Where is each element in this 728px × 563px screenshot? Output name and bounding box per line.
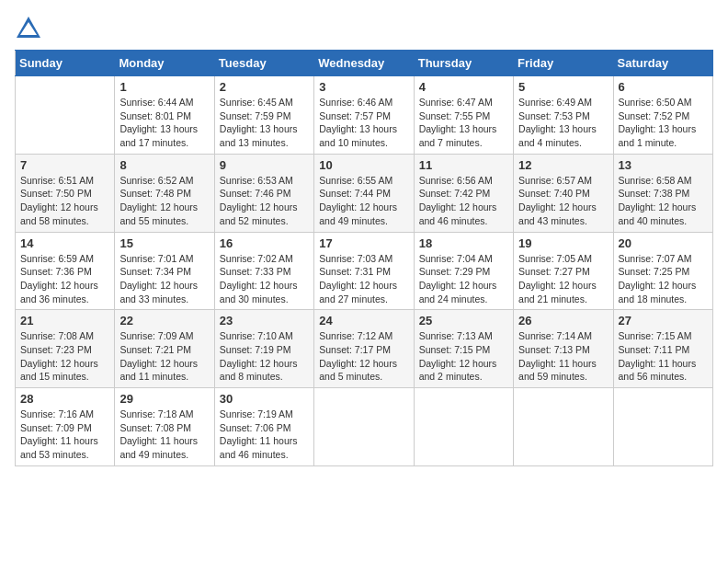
- day-info: Sunrise: 7:12 AM Sunset: 7:17 PM Dayligh…: [319, 329, 408, 384]
- day-cell: 28Sunrise: 7:16 AM Sunset: 7:09 PM Dayli…: [16, 388, 115, 466]
- day-number: 24: [319, 314, 408, 327]
- day-info: Sunrise: 7:05 AM Sunset: 7:27 PM Dayligh…: [518, 252, 608, 306]
- week-row-4: 21Sunrise: 7:08 AM Sunset: 7:23 PM Dayli…: [16, 310, 713, 388]
- day-number: 29: [119, 392, 209, 406]
- day-cell: 4Sunrise: 6:47 AM Sunset: 7:55 PM Daylig…: [414, 76, 513, 155]
- day-info: Sunrise: 6:44 AM Sunset: 8:01 PM Dayligh…: [119, 96, 209, 150]
- column-header-tuesday: Tuesday: [214, 51, 313, 76]
- day-number: 21: [20, 314, 109, 327]
- day-info: Sunrise: 7:02 AM Sunset: 7:33 PM Dayligh…: [220, 252, 309, 306]
- day-number: 4: [419, 80, 508, 94]
- day-cell: 12Sunrise: 6:57 AM Sunset: 7:40 PM Dayli…: [514, 154, 613, 232]
- day-cell: 20Sunrise: 7:07 AM Sunset: 7:25 PM Dayli…: [613, 232, 712, 310]
- day-cell: [16, 76, 115, 155]
- day-number: 22: [119, 314, 209, 327]
- day-cell: 16Sunrise: 7:02 AM Sunset: 7:33 PM Dayli…: [214, 232, 313, 310]
- day-number: 9: [220, 158, 309, 172]
- day-cell: 18Sunrise: 7:04 AM Sunset: 7:29 PM Dayli…: [414, 232, 513, 310]
- day-number: 15: [119, 236, 209, 250]
- day-info: Sunrise: 6:51 AM Sunset: 7:50 PM Dayligh…: [20, 174, 109, 228]
- day-number: 1: [119, 80, 209, 94]
- day-number: 27: [619, 314, 708, 327]
- column-header-saturday: Saturday: [613, 51, 712, 76]
- day-info: Sunrise: 7:18 AM Sunset: 7:08 PM Dayligh…: [119, 408, 209, 462]
- day-number: 30: [220, 392, 309, 406]
- day-info: Sunrise: 6:45 AM Sunset: 7:59 PM Dayligh…: [220, 96, 309, 150]
- day-info: Sunrise: 7:08 AM Sunset: 7:23 PM Dayligh…: [20, 329, 109, 384]
- column-header-monday: Monday: [115, 51, 214, 76]
- day-number: 14: [20, 236, 109, 250]
- week-row-1: 1Sunrise: 6:44 AM Sunset: 8:01 PM Daylig…: [16, 76, 713, 155]
- day-number: 7: [20, 158, 109, 172]
- day-number: 19: [518, 236, 608, 250]
- day-cell: 26Sunrise: 7:14 AM Sunset: 7:13 PM Dayli…: [514, 310, 613, 388]
- day-info: Sunrise: 6:59 AM Sunset: 7:36 PM Dayligh…: [20, 252, 109, 306]
- day-cell: 6Sunrise: 6:50 AM Sunset: 7:52 PM Daylig…: [613, 76, 712, 155]
- week-row-2: 7Sunrise: 6:51 AM Sunset: 7:50 PM Daylig…: [16, 154, 713, 232]
- day-info: Sunrise: 6:46 AM Sunset: 7:57 PM Dayligh…: [319, 96, 408, 150]
- day-cell: 24Sunrise: 7:12 AM Sunset: 7:17 PM Dayli…: [314, 310, 414, 388]
- day-cell: 22Sunrise: 7:09 AM Sunset: 7:21 PM Dayli…: [115, 310, 214, 388]
- day-cell: 1Sunrise: 6:44 AM Sunset: 8:01 PM Daylig…: [115, 76, 214, 155]
- day-info: Sunrise: 6:52 AM Sunset: 7:48 PM Dayligh…: [119, 174, 209, 228]
- day-info: Sunrise: 7:15 AM Sunset: 7:11 PM Dayligh…: [619, 329, 708, 384]
- day-number: 2: [220, 80, 309, 94]
- day-cell: 13Sunrise: 6:58 AM Sunset: 7:38 PM Dayli…: [613, 154, 712, 232]
- day-info: Sunrise: 6:47 AM Sunset: 7:55 PM Dayligh…: [419, 96, 508, 150]
- header-row: SundayMondayTuesdayWednesdayThursdayFrid…: [16, 51, 713, 76]
- day-cell: 15Sunrise: 7:01 AM Sunset: 7:34 PM Dayli…: [115, 232, 214, 310]
- day-number: 11: [419, 158, 508, 172]
- day-info: Sunrise: 7:07 AM Sunset: 7:25 PM Dayligh…: [619, 252, 708, 306]
- day-info: Sunrise: 6:55 AM Sunset: 7:44 PM Dayligh…: [319, 174, 408, 228]
- day-info: Sunrise: 6:49 AM Sunset: 7:53 PM Dayligh…: [518, 96, 608, 150]
- day-number: 3: [319, 80, 408, 94]
- day-info: Sunrise: 6:58 AM Sunset: 7:38 PM Dayligh…: [619, 174, 708, 228]
- day-info: Sunrise: 7:09 AM Sunset: 7:21 PM Dayligh…: [119, 329, 209, 384]
- day-cell: [314, 388, 414, 466]
- day-number: 18: [419, 236, 508, 250]
- day-info: Sunrise: 6:53 AM Sunset: 7:46 PM Dayligh…: [220, 174, 309, 228]
- day-number: 8: [119, 158, 209, 172]
- week-row-3: 14Sunrise: 6:59 AM Sunset: 7:36 PM Dayli…: [16, 232, 713, 310]
- day-cell: 17Sunrise: 7:03 AM Sunset: 7:31 PM Dayli…: [314, 232, 414, 310]
- day-cell: 14Sunrise: 6:59 AM Sunset: 7:36 PM Dayli…: [16, 232, 115, 310]
- day-cell: 5Sunrise: 6:49 AM Sunset: 7:53 PM Daylig…: [514, 76, 613, 155]
- day-cell: [414, 388, 513, 466]
- calendar-table: SundayMondayTuesdayWednesdayThursdayFrid…: [15, 50, 713, 466]
- day-info: Sunrise: 7:16 AM Sunset: 7:09 PM Dayligh…: [20, 408, 109, 462]
- day-number: 28: [20, 392, 109, 406]
- day-cell: 3Sunrise: 6:46 AM Sunset: 7:57 PM Daylig…: [314, 76, 414, 155]
- day-info: Sunrise: 7:13 AM Sunset: 7:15 PM Dayligh…: [419, 329, 508, 384]
- day-cell: 29Sunrise: 7:18 AM Sunset: 7:08 PM Dayli…: [115, 388, 214, 466]
- day-cell: [514, 388, 613, 466]
- day-info: Sunrise: 7:03 AM Sunset: 7:31 PM Dayligh…: [319, 252, 408, 306]
- day-cell: 9Sunrise: 6:53 AM Sunset: 7:46 PM Daylig…: [214, 154, 313, 232]
- logo: [15, 15, 46, 42]
- column-header-thursday: Thursday: [414, 51, 513, 76]
- day-info: Sunrise: 7:10 AM Sunset: 7:19 PM Dayligh…: [220, 329, 309, 384]
- column-header-friday: Friday: [514, 51, 613, 76]
- day-number: 6: [619, 80, 708, 94]
- day-number: 17: [319, 236, 408, 250]
- day-number: 5: [518, 80, 608, 94]
- day-cell: 25Sunrise: 7:13 AM Sunset: 7:15 PM Dayli…: [414, 310, 513, 388]
- column-header-wednesday: Wednesday: [314, 51, 414, 76]
- day-cell: [613, 388, 712, 466]
- day-number: 26: [518, 314, 608, 327]
- day-info: Sunrise: 6:57 AM Sunset: 7:40 PM Dayligh…: [518, 174, 608, 228]
- day-number: 20: [619, 236, 708, 250]
- day-number: 13: [619, 158, 708, 172]
- day-info: Sunrise: 6:50 AM Sunset: 7:52 PM Dayligh…: [619, 96, 708, 150]
- week-row-5: 28Sunrise: 7:16 AM Sunset: 7:09 PM Dayli…: [16, 388, 713, 466]
- day-cell: 27Sunrise: 7:15 AM Sunset: 7:11 PM Dayli…: [613, 310, 712, 388]
- day-number: 16: [220, 236, 309, 250]
- day-number: 25: [419, 314, 508, 327]
- day-cell: 23Sunrise: 7:10 AM Sunset: 7:19 PM Dayli…: [214, 310, 313, 388]
- column-header-sunday: Sunday: [16, 51, 115, 76]
- logo-icon: [15, 15, 42, 42]
- day-number: 10: [319, 158, 408, 172]
- day-cell: 11Sunrise: 6:56 AM Sunset: 7:42 PM Dayli…: [414, 154, 513, 232]
- header: [15, 15, 713, 42]
- day-cell: 19Sunrise: 7:05 AM Sunset: 7:27 PM Dayli…: [514, 232, 613, 310]
- day-number: 12: [518, 158, 608, 172]
